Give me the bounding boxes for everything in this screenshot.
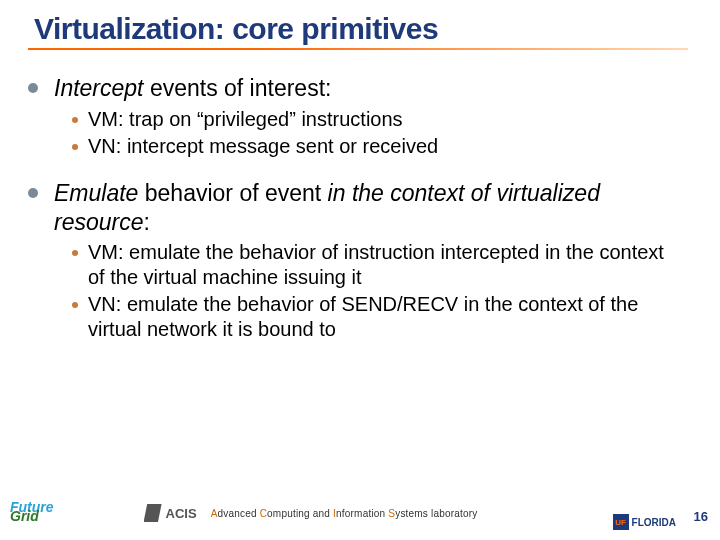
slide-title: Virtualization: core primitives [0,0,720,48]
uf-logo: UF FLORIDA [613,514,676,530]
bullet-1-text: Intercept events of interest: [54,74,331,103]
sub-disc-icon [72,144,78,150]
sub-2-2-text: VN: emulate the behavior of SEND/RECV in… [88,292,680,342]
acis-logo: ACIS [144,504,197,522]
bullet-2-restpre: behavior of event [138,180,327,206]
sub-2-2: VN: emulate the behavior of SEND/RECV in… [72,292,680,342]
lab-r1: dvanced [218,508,260,519]
lab-r4: ystems laboratory [395,508,477,519]
sub-disc-icon [72,117,78,123]
bullet-1: Intercept events of interest: [28,74,680,103]
bullet-disc-icon [28,83,38,93]
bullet-1-sublist: VM: trap on “privileged” instructions VN… [72,107,680,159]
page-number: 16 [694,509,708,524]
bullet-2-lead: Emulate [54,180,138,206]
sub-disc-icon [72,302,78,308]
futuregrid-logo: Future Grid [10,502,54,524]
sub-2-1: VM: emulate the behavior of instruction … [72,240,680,290]
lab-name: Advanced Computing and Information Syste… [211,508,478,519]
sub-1-2-text: VN: intercept message sent or received [88,134,438,159]
slide-content: Intercept events of interest: VM: trap o… [0,50,720,342]
lab-a: A [211,508,218,519]
bullet-disc-icon [28,188,38,198]
lab-r2: omputing and [267,508,333,519]
bullet-1-rest: events of interest: [144,75,332,101]
futuregrid-logo-bottom: Grid [10,511,54,522]
sub-disc-icon [72,250,78,256]
sub-1-1-text: VM: trap on “privileged” instructions [88,107,403,132]
acis-mark-icon [144,504,162,522]
acis-text: ACIS [166,506,197,521]
bullet-2-text: Emulate behavior of event in the context… [54,179,680,237]
bullet-2-sublist: VM: emulate the behavior of instruction … [72,240,680,342]
footer: Future Grid ACIS Advanced Computing and … [0,496,720,530]
lab-c: C [260,508,267,519]
sub-2-1-text: VM: emulate the behavior of instruction … [88,240,680,290]
bullet-1-lead: Intercept [54,75,144,101]
bullet-2-restpost: : [143,209,149,235]
uf-box-icon: UF [613,514,629,530]
uf-text: FLORIDA [632,517,676,528]
sub-1-2: VN: intercept message sent or received [72,134,680,159]
lab-r3: nformation [336,508,388,519]
bullet-2: Emulate behavior of event in the context… [28,179,680,237]
sub-1-1: VM: trap on “privileged” instructions [72,107,680,132]
